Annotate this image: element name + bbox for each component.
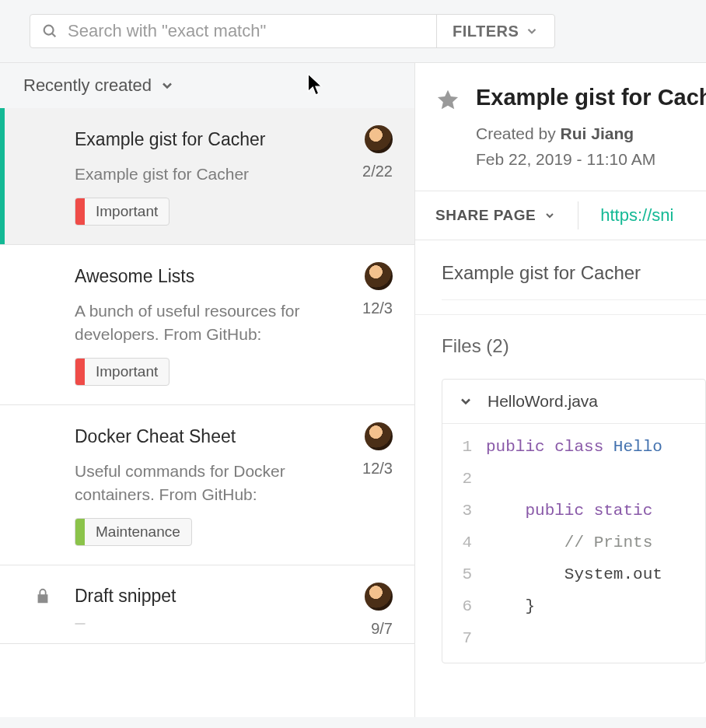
gist-date: 12/3 [362,299,393,317]
gist-title: Awesome Lists [75,266,352,287]
star-icon[interactable] [435,88,460,116]
file-name: HelloWord.java [488,392,598,411]
share-url[interactable]: https://sni [578,205,673,226]
gist-date: 2/22 [362,163,393,180]
tag[interactable]: Important [75,358,170,386]
gist-description: A bunch of useful resources for develope… [75,299,331,345]
chevron-down-icon [525,24,539,38]
filters-button[interactable]: FILTERS [436,15,554,47]
avatar [365,422,393,450]
avatar [365,125,393,153]
tag-label: Important [85,198,169,225]
tag[interactable] [75,623,86,625]
avatar [365,583,393,611]
chevron-down-icon [159,78,175,93]
search-input[interactable] [68,21,425,41]
gist-title: Docker Cheat Sheet [75,426,352,447]
gist-title: Example gist for Cacher [75,129,352,150]
gist-list-panel: Recently created Example gist for Cacher… [0,63,415,717]
gist-list[interactable]: Example gist for CacherExample gist for … [0,108,414,717]
gist-item[interactable]: Example gist for CacherExample gist for … [0,108,414,245]
divider [442,299,706,300]
tag-color-stripe [75,519,85,545]
gist-description: Example gist for Cacher [75,163,331,185]
file-header[interactable]: HelloWord.java [442,380,705,424]
filters-label: FILTERS [453,23,519,40]
tag-label: Important [85,359,169,385]
detail-description: Example gist for Cacher [442,262,641,283]
detail-panel: Example gist for Cacher Created by Rui J… [415,63,706,717]
sort-label: Recently created [23,75,152,96]
gist-date: 12/3 [362,460,393,478]
gist-item[interactable]: Docker Cheat SheetUseful commands for Do… [0,405,414,565]
lock-icon [34,586,51,606]
sort-dropdown[interactable]: Recently created [0,63,414,108]
gist-description: Useful commands for Docker containers. F… [75,460,331,506]
svg-point-0 [44,26,54,35]
privacy-slot [31,584,54,607]
tag[interactable]: Important [75,198,170,226]
svg-line-1 [52,33,55,37]
code-block: 1234567 public class Hello public static… [442,424,705,663]
gist-item[interactable]: Awesome ListsA bunch of useful resources… [0,245,414,405]
files-heading: Files (2) [415,315,706,371]
tag-color-stripe [75,359,85,385]
chevron-down-icon [543,209,556,222]
gist-item[interactable]: Draft snippet9/7 [0,565,414,644]
tag[interactable]: Maintenance [75,518,192,546]
code-lines[interactable]: public class Hello public static // Prin… [481,424,662,663]
created-prefix: Created by [476,124,561,142]
avatar [365,262,393,290]
detail-title: Example gist for Cacher [476,85,706,110]
search-box[interactable] [30,15,436,47]
tag-label: Maintenance [85,519,191,545]
share-page-button[interactable]: SHARE PAGE [435,201,578,229]
gist-date: 9/7 [371,620,393,638]
privacy-slot [31,264,54,287]
gist-title: Draft snippet [75,586,352,607]
share-label: SHARE PAGE [435,207,536,224]
author-name: Rui Jiang [561,124,634,142]
created-timestamp: Feb 22, 2019 - 11:10 AM [476,150,655,168]
search-icon [41,23,58,40]
privacy-slot [31,127,54,150]
privacy-slot [31,424,54,447]
chevron-down-icon [458,394,474,409]
line-gutter: 1234567 [442,424,481,663]
file-card: HelloWord.java 1234567 public class Hell… [442,379,706,663]
tag-color-stripe [75,198,85,225]
